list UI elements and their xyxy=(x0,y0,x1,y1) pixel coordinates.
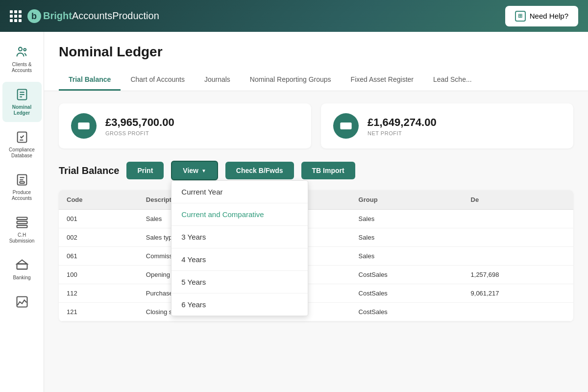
sidebar: Clients &Accounts NominalLedger Complian… xyxy=(0,32,44,392)
cell-de xyxy=(463,210,573,228)
stats-row: £3,965,700.00 GROSS PROFIT £1,649,274.00… xyxy=(59,103,573,148)
money-icon-2 xyxy=(339,119,353,133)
view-dropdown-wrapper: View ▼ Current Year Current and Comparat… xyxy=(171,161,218,180)
gross-profit-card: £3,965,700.00 GROSS PROFIT xyxy=(59,103,311,148)
table-row[interactable]: 121 Closing stock CostSales xyxy=(59,303,573,321)
cell-code: 001 xyxy=(59,210,138,228)
compliance-icon xyxy=(15,130,29,144)
sidebar-item-compliance-database[interactable]: ComplianceDatabase xyxy=(2,124,42,165)
sidebar-item-clients-accounts[interactable]: Clients &Accounts xyxy=(2,39,42,79)
sidebar-item-ch-label: C.HSubmission xyxy=(9,232,35,244)
col-group: Group xyxy=(351,190,463,210)
gross-profit-amount: £3,965,700.00 xyxy=(105,116,174,129)
cell-group: CostSales xyxy=(351,284,463,303)
cell-de: 1,257,698 xyxy=(463,266,573,284)
svg-point-3 xyxy=(24,49,26,51)
tab-lead-schedules[interactable]: Lead Sche... xyxy=(423,70,482,91)
need-help-button[interactable]: ⊞ Need Help? xyxy=(505,6,578,26)
nominal-ledger-icon xyxy=(15,88,29,101)
table-row[interactable]: 100 Opening stock CostSales 1,257,698 xyxy=(59,266,573,284)
gross-profit-info: £3,965,700.00 GROSS PROFIT xyxy=(105,116,174,136)
view-dropdown-menu: Current Year Current and Comparative 3 Y… xyxy=(171,180,308,316)
svg-point-26 xyxy=(344,124,348,128)
tab-chart-of-accounts[interactable]: Chart of Accounts xyxy=(121,70,195,91)
nav-tabs: Trial Balance Chart of Accounts Journals… xyxy=(59,70,573,91)
chevron-down-icon: ▼ xyxy=(201,168,206,173)
view-button[interactable]: View ▼ xyxy=(171,161,218,180)
svg-rect-13 xyxy=(20,182,24,184)
cell-de: 9,061,217 xyxy=(463,284,573,303)
produce-accounts-icon xyxy=(15,173,29,187)
tab-trial-balance[interactable]: Trial Balance xyxy=(59,70,121,91)
trial-balance-section: Trial Balance Print View ▼ Current Year xyxy=(59,161,573,321)
bright-logo-icon: b xyxy=(26,8,42,24)
sidebar-item-clients-label: Clients &Accounts xyxy=(12,62,32,74)
sidebar-item-banking-label: Banking xyxy=(13,275,30,281)
table-row[interactable]: 112 Purchases CostSales 9,061,217 xyxy=(59,284,573,303)
cell-code: 002 xyxy=(59,228,138,247)
cell-de xyxy=(463,303,573,321)
svg-point-2 xyxy=(19,48,22,51)
col-de: De xyxy=(463,190,573,210)
svg-text:b: b xyxy=(31,11,37,21)
page-header: Nominal Ledger Trial Balance Chart of Ac… xyxy=(44,32,588,91)
page-content: £3,965,700.00 GROSS PROFIT £1,649,274.00… xyxy=(44,91,588,392)
table-row[interactable]: 002 Sales type A - Europe Sales xyxy=(59,228,573,247)
net-profit-label: NET PROFIT xyxy=(368,130,437,136)
gross-profit-icon xyxy=(71,113,97,139)
dropdown-item-current-year[interactable]: Current Year xyxy=(172,181,308,203)
dropdown-item-6-years[interactable]: 6 Years xyxy=(172,294,308,316)
print-button[interactable]: Print xyxy=(126,162,164,179)
logo-area: b BrightAccountsProduction xyxy=(10,8,159,24)
ch-submission-icon xyxy=(15,216,29,229)
dropdown-item-3-years[interactable]: 3 Years xyxy=(172,226,308,248)
sidebar-item-produce-accounts[interactable]: ProduceAccounts xyxy=(2,167,42,207)
tab-nominal-reporting-groups[interactable]: Nominal Reporting Groups xyxy=(240,70,341,91)
tb-import-button[interactable]: TB Import xyxy=(301,162,355,179)
banking-icon xyxy=(15,258,29,272)
svg-point-22 xyxy=(82,124,86,128)
main-layout: Clients &Accounts NominalLedger Complian… xyxy=(0,32,588,392)
trial-balance-header: Trial Balance Print View ▼ Current Year xyxy=(59,161,573,180)
net-profit-info: £1,649,274.00 NET PROFIT xyxy=(368,116,437,136)
sidebar-item-ch-submission[interactable]: C.HSubmission xyxy=(2,210,42,250)
sidebar-item-nominal-ledger[interactable]: NominalLedger xyxy=(2,82,42,122)
svg-rect-14 xyxy=(17,218,27,220)
sidebar-item-nominal-label: NominalLedger xyxy=(12,104,31,116)
table-row[interactable]: 001 Sales Sales xyxy=(59,210,573,228)
net-profit-icon xyxy=(333,113,359,139)
top-header: b BrightAccountsProduction ⊞ Need Help? xyxy=(0,0,588,32)
logo-text: BrightAccountsProduction xyxy=(43,10,159,22)
cell-group: Sales xyxy=(351,247,463,266)
trial-balance-title: Trial Balance xyxy=(59,165,119,176)
cell-code: 112 xyxy=(59,284,138,303)
clients-icon xyxy=(15,45,29,59)
page-title: Nominal Ledger xyxy=(59,44,573,60)
dropdown-item-5-years[interactable]: 5 Years xyxy=(172,271,308,294)
cell-group: CostSales xyxy=(351,303,463,321)
content-area: Nominal Ledger Trial Balance Chart of Ac… xyxy=(44,32,588,392)
table-header: Code Description Group De xyxy=(59,190,573,210)
cell-group: Sales xyxy=(351,228,463,247)
sidebar-item-reports[interactable] xyxy=(2,289,42,315)
gross-profit-label: GROSS PROFIT xyxy=(105,130,174,136)
data-table: Code Description Group De 001 Sales Sale… xyxy=(59,190,573,321)
svg-rect-15 xyxy=(17,221,27,224)
money-icon xyxy=(77,119,91,133)
tab-fixed-asset-register[interactable]: Fixed Asset Register xyxy=(341,70,423,91)
sidebar-item-banking[interactable]: Banking xyxy=(2,252,42,287)
table-row[interactable]: 061 Commissions receivable Sales xyxy=(59,247,573,266)
svg-rect-16 xyxy=(17,225,27,228)
tab-journals[interactable]: Journals xyxy=(195,70,240,91)
dropdown-item-4-years[interactable]: 4 Years xyxy=(172,248,308,271)
cell-code: 061 xyxy=(59,247,138,266)
check-bfwds-button[interactable]: Check B/Fwds xyxy=(225,162,294,179)
dropdown-item-current-comparative[interactable]: Current and Comparative xyxy=(172,203,308,226)
table-body: 001 Sales Sales 002 Sales type A - Europ… xyxy=(59,210,573,321)
help-icon: ⊞ xyxy=(515,11,526,22)
trial-balance-table: Code Description Group De 001 Sales Sale… xyxy=(59,190,573,321)
cell-de xyxy=(463,228,573,247)
cell-group: CostSales xyxy=(351,266,463,284)
cell-code: 100 xyxy=(59,266,138,284)
sidebar-item-compliance-label: ComplianceDatabase xyxy=(9,147,35,159)
